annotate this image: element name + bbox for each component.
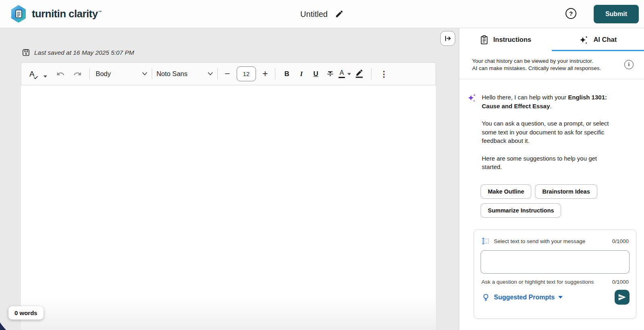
text-color-button[interactable]: A (338, 66, 352, 82)
composer-actions: Suggested Prompts (481, 290, 630, 305)
more-options-button[interactable]: ⋮ (377, 66, 391, 82)
caret-down-icon (558, 296, 563, 299)
undo-icon (56, 70, 65, 78)
save-status: Last saved at 16 May 2025 5:07 PM (22, 49, 134, 56)
editor-workspace: Last saved at 16 May 2025 5:07 PM A Body (0, 28, 459, 330)
redo-button[interactable] (70, 66, 85, 82)
info-button[interactable]: i (624, 60, 634, 69)
toolbar-divider (89, 68, 90, 79)
underline-icon: U (314, 70, 318, 78)
ai-chat-panel: Instructions AI Chat Your chat history c… (459, 28, 644, 330)
chevron-down-icon (142, 72, 147, 76)
trademark: ™ (98, 10, 101, 14)
collapse-panel-button[interactable] (440, 31, 455, 46)
increase-font-size-button[interactable]: + (260, 68, 270, 79)
toolbar-divider (217, 68, 218, 79)
font-size-stepper: − + (222, 66, 270, 81)
edit-title-button[interactable] (335, 10, 344, 19)
strikethrough-button[interactable] (323, 66, 338, 82)
undo-button[interactable] (54, 66, 68, 82)
font-family-value: Noto Sans (157, 70, 188, 78)
chat-composer: Select text to send with your message 0/… (474, 229, 636, 319)
last-saved-text: Last saved at 16 May 2025 5:07 PM (34, 49, 134, 56)
more-vertical-icon: ⋮ (380, 69, 388, 79)
paragraph-style-value: Body (96, 70, 111, 78)
tab-instructions[interactable]: Instructions (459, 28, 552, 51)
suggested-prompts-button[interactable]: Suggested Prompts (481, 293, 563, 302)
send-button[interactable] (615, 290, 630, 305)
bold-button[interactable]: B (280, 66, 294, 82)
message-text: Hello there, I can help with your Englis… (482, 93, 619, 180)
highlighter-icon (355, 70, 363, 78)
suggestion-summarize-instructions[interactable]: Summarize Instructions (481, 203, 561, 218)
lightbulb-icon (481, 293, 490, 302)
select-text-row: Select text to send with your message 0/… (481, 235, 630, 245)
document-title-group: Untitled (300, 9, 344, 19)
toolbar-divider (152, 68, 152, 79)
input-counter: 0/1000 (612, 279, 629, 285)
paragraph-style-dropdown[interactable]: Body (96, 66, 147, 82)
help-button[interactable]: ? (566, 8, 576, 19)
info-icon: i (628, 62, 630, 68)
select-text-label: Select text to send with your message (494, 238, 585, 244)
document-icon (15, 10, 22, 18)
pencil-icon (335, 10, 344, 19)
suggestion-brainstorm-ideas[interactable]: Brainstorm Ideas (535, 184, 597, 199)
decrease-font-size-button[interactable]: − (222, 68, 233, 79)
font-family-dropdown[interactable]: Noto Sans (157, 66, 213, 82)
chat-disclaimer: Your chat history can be viewed by your … (459, 51, 644, 79)
color-bar (339, 77, 345, 78)
italic-icon: I (300, 70, 303, 78)
word-count-badge: 0 words (8, 306, 43, 320)
tab-ai-chat-label: AI Chat (593, 36, 617, 43)
sparkle-icon (579, 35, 588, 45)
font-size-input[interactable] (237, 66, 256, 81)
input-hint-row: Ask a question or highlight text for sug… (481, 279, 630, 285)
clarity-logo-icon (10, 5, 27, 23)
app-header: turnitin clarity™ Untitled ? Submit (0, 0, 644, 28)
check-icon (34, 76, 38, 79)
suggested-prompts-label: Suggested Prompts (494, 294, 555, 301)
submit-button[interactable]: Submit (594, 5, 639, 23)
document-title: Untitled (300, 9, 328, 19)
chevron-down-icon (208, 72, 213, 76)
highlight-button[interactable] (352, 66, 367, 82)
formatting-toolbar: A Body Noto Sans (21, 62, 436, 85)
question-mark-icon: ? (569, 10, 573, 17)
ai-sparkle-icon (467, 93, 477, 103)
underline-button[interactable]: U (309, 66, 323, 82)
greeting-paragraph: You can ask a question, use a prompt, or… (482, 119, 619, 145)
brand-name: turnitin clarity™ (32, 8, 101, 20)
ai-greeting-message: Hello there, I can help with your Englis… (459, 79, 644, 180)
italic-button[interactable]: I (294, 66, 309, 82)
chat-message-input[interactable] (481, 250, 630, 274)
input-hint: Ask a question or highlight text for sug… (481, 279, 594, 285)
send-icon (618, 293, 626, 301)
select-text-counter: 0/1000 (612, 238, 629, 244)
spellcheck-button[interactable]: A (29, 70, 47, 78)
panel-tabs: Instructions AI Chat (459, 28, 644, 51)
caret-down-icon (347, 73, 351, 75)
tab-ai-chat[interactable]: AI Chat (552, 28, 644, 51)
suggestion-chips: Make Outline Brainstorm Ideas Summarize … (459, 184, 644, 218)
greeting-paragraph: Here are some suggestions to help you ge… (482, 154, 619, 171)
tab-instructions-label: Instructions (493, 36, 531, 43)
disclaimer-text: Your chat history can be viewed by your … (472, 58, 614, 72)
save-icon (22, 49, 30, 56)
caret-down-icon (43, 75, 47, 78)
select-text-icon (481, 237, 489, 245)
toolbar-divider (275, 68, 275, 79)
suggestion-make-outline[interactable]: Make Outline (481, 184, 531, 199)
collapse-panel-icon (444, 35, 452, 42)
greeting-paragraph: Hello there, I can help with your Englis… (482, 93, 619, 110)
redo-icon (73, 70, 82, 78)
toolbar-divider (371, 68, 372, 79)
clipboard-icon (480, 35, 489, 45)
text-color-icon: A (340, 70, 344, 76)
bold-icon: B (285, 70, 289, 78)
strikethrough-icon (326, 70, 334, 78)
cursor-artifact (0, 322, 6, 330)
brand-logo: turnitin clarity™ (10, 5, 101, 23)
document-page[interactable] (21, 85, 436, 330)
